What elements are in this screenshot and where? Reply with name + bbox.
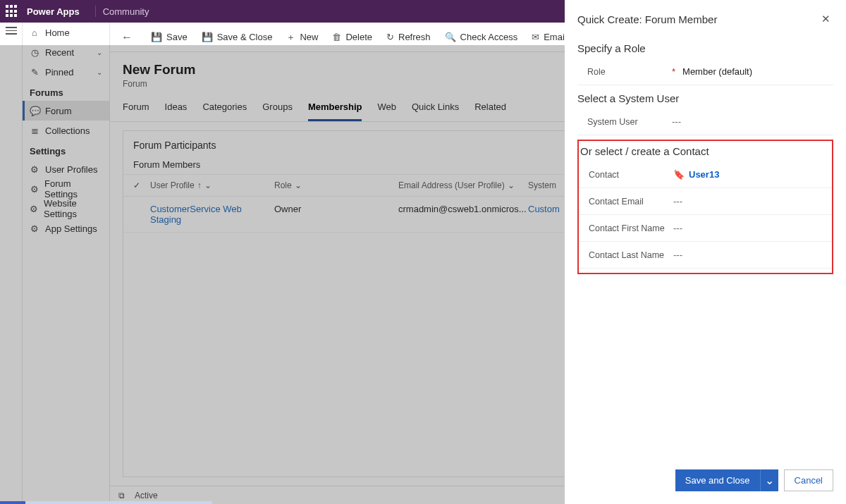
cell-user[interactable]: CustomerService Web Staging xyxy=(150,204,274,225)
nav-app-settings[interactable]: ⚙ App Settings xyxy=(23,219,109,238)
nav-label: Recent xyxy=(45,47,74,58)
home-icon: ⌂ xyxy=(30,27,39,38)
cmd-label: Delete xyxy=(345,32,372,42)
tab-related[interactable]: Related xyxy=(474,99,506,121)
col-label: User Profile xyxy=(150,180,195,190)
cmd-label: Save xyxy=(166,32,188,42)
nav-label: Collections xyxy=(45,125,90,136)
cmd-refresh[interactable]: ↻Refresh xyxy=(381,29,436,45)
nav-label: Home xyxy=(45,27,70,38)
app-launcher-icon[interactable] xyxy=(6,5,18,18)
save-and-close-button[interactable]: Save and Close xyxy=(675,469,760,491)
nav-label: Website Settings xyxy=(44,198,102,219)
nav-user-profiles[interactable]: ⚙ User Profiles xyxy=(23,159,109,179)
brand-label: Power Apps xyxy=(27,6,80,17)
nav-label: User Profiles xyxy=(45,164,97,175)
left-nav: ⌂ Home ◷ Recent ⌄ ✎ Pinned ⌄ Forums 💬 Fo… xyxy=(23,23,110,504)
cmd-new[interactable]: ＋New xyxy=(281,28,324,47)
required-indicator: * xyxy=(672,66,675,77)
hamburger-icon[interactable] xyxy=(6,27,17,35)
field-contact-last-name[interactable]: Contact Last Name --- xyxy=(579,242,832,269)
field-label: Contact Email xyxy=(579,197,673,207)
tab-categories[interactable]: Categories xyxy=(202,99,247,121)
field-contact[interactable]: Contact 🔖 User13 xyxy=(579,161,832,188)
field-contact-first-name[interactable]: Contact First Name --- xyxy=(579,215,832,242)
gear-icon: ⚙ xyxy=(30,184,39,195)
nav-label: App Settings xyxy=(45,223,97,234)
save-dropdown[interactable]: ⌄ xyxy=(760,469,778,491)
status-active: Active xyxy=(135,491,158,500)
save-icon: 💾 xyxy=(151,32,162,42)
col-user[interactable]: User Profile↑⌄ xyxy=(150,180,274,190)
select-all-checkbox[interactable]: ✓ xyxy=(133,180,140,190)
field-value[interactable]: 🔖 User13 xyxy=(673,169,832,180)
chevron-down-icon: ⌄ xyxy=(508,180,515,190)
nav-collections[interactable]: ≣ Collections xyxy=(23,121,109,140)
divider xyxy=(95,6,96,17)
col-role[interactable]: Role⌄ xyxy=(274,180,398,190)
nav-home[interactable]: ⌂ Home xyxy=(23,23,109,42)
field-system-user[interactable]: System User --- xyxy=(577,109,833,135)
cmd-check-access[interactable]: 🔍Check Access xyxy=(439,29,524,45)
refresh-icon: ↻ xyxy=(386,32,394,42)
label-text: Role xyxy=(587,67,606,77)
nav-group-forums: Forums xyxy=(23,82,109,101)
cancel-button[interactable]: Cancel xyxy=(784,469,833,491)
site-rail xyxy=(0,23,23,504)
cell-role: Owner xyxy=(274,204,398,225)
field-contact-email[interactable]: Contact Email --- xyxy=(579,188,832,215)
save-close-icon: 💾 xyxy=(202,32,213,42)
field-value[interactable]: --- xyxy=(673,250,832,260)
chevron-down-icon: ⌄ xyxy=(295,180,302,190)
chevron-down-icon: ⌄ xyxy=(97,49,102,56)
check-icon: 🔍 xyxy=(445,32,456,42)
field-value[interactable]: --- xyxy=(673,223,832,233)
tab-web[interactable]: Web xyxy=(377,99,396,121)
nav-forum-settings[interactable]: ⚙ Forum Settings xyxy=(23,179,109,199)
cmd-delete[interactable]: 🗑Delete xyxy=(326,29,378,45)
field-label: Role xyxy=(577,67,672,77)
tab-membership[interactable]: Membership xyxy=(308,99,362,121)
section-role: Specify a Role xyxy=(577,35,833,59)
col-email[interactable]: Email Address (User Profile)⌄ xyxy=(398,180,528,190)
cell-email: crmadmin@csweb1.onmicros... xyxy=(398,204,528,225)
lookup-text: User13 xyxy=(689,169,719,180)
progress-track xyxy=(25,501,212,504)
nav-label: Forum xyxy=(45,106,72,116)
close-button[interactable]: ✕ xyxy=(819,10,833,28)
community-label[interactable]: Community xyxy=(103,6,149,17)
gear-icon: ⚙ xyxy=(30,164,39,175)
field-label: Contact Last Name xyxy=(579,250,673,260)
field-value[interactable]: --- xyxy=(673,196,832,207)
trash-icon: 🗑 xyxy=(332,32,341,42)
tab-forum[interactable]: Forum xyxy=(123,99,149,121)
back-button[interactable]: ← xyxy=(116,28,138,47)
nav-pinned[interactable]: ✎ Pinned ⌄ xyxy=(23,62,109,82)
progress-accent xyxy=(0,501,25,504)
tab-groups[interactable]: Groups xyxy=(262,99,293,121)
save-and-close-split: Save and Close ⌄ xyxy=(675,469,778,491)
field-value[interactable]: Member (default) xyxy=(682,66,833,77)
open-in-new-icon[interactable]: ⧉ xyxy=(118,491,125,500)
cmd-save-close[interactable]: 💾Save & Close xyxy=(196,29,278,45)
tab-quick-links[interactable]: Quick Links xyxy=(412,99,459,121)
cmd-label: New xyxy=(300,32,318,42)
gear-icon: ⚙ xyxy=(30,204,38,214)
forum-icon: 💬 xyxy=(30,106,39,116)
col-label: Role xyxy=(274,180,292,190)
gear-icon: ⚙ xyxy=(30,223,39,234)
field-label: Contact xyxy=(579,170,673,180)
field-value[interactable]: --- xyxy=(672,116,833,127)
nav-recent[interactable]: ◷ Recent ⌄ xyxy=(23,42,109,62)
cmd-save[interactable]: 💾Save xyxy=(145,29,193,45)
flyout-body: Specify a Role Role * Member (default) S… xyxy=(565,35,846,461)
tab-ideas[interactable]: Ideas xyxy=(165,99,188,121)
plus-icon: ＋ xyxy=(286,31,295,44)
contact-icon: 🔖 xyxy=(673,169,685,180)
field-role[interactable]: Role * Member (default) xyxy=(577,59,833,85)
col-label: System xyxy=(528,180,556,190)
nav-forum[interactable]: 💬 Forum xyxy=(23,101,109,121)
cmd-label: Check Access xyxy=(460,32,518,42)
col-label: Email Address (User Profile) xyxy=(398,180,505,190)
nav-website-settings[interactable]: ⚙ Website Settings xyxy=(23,199,109,219)
